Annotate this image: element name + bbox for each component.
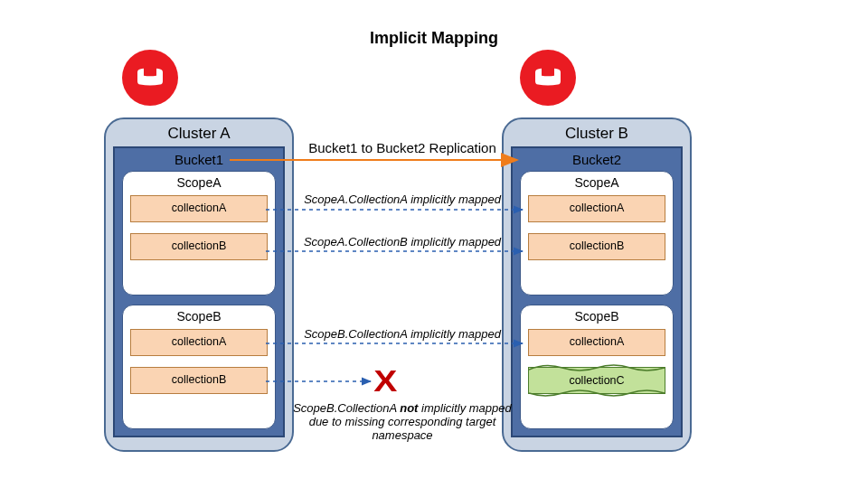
collection-box: collectionA — [130, 329, 268, 356]
scope-a-left: ScopeA collectionA collectionB — [122, 171, 276, 296]
scope-b-title: ScopeB — [528, 309, 665, 324]
scope-a-title: ScopeA — [528, 175, 665, 190]
couchbase-logo-icon — [122, 50, 178, 106]
scope-b-title: ScopeB — [130, 309, 268, 324]
not-mapped-footnote: ScopeB.CollectionA not implicitly mapped… — [258, 402, 547, 443]
bucket1-title: Bucket1 — [122, 152, 276, 167]
couchbase-logo-icon — [520, 50, 576, 106]
map-label-2: ScopeA.CollectionB implicitly mapped — [258, 235, 547, 249]
map-label-1: ScopeA.CollectionA implicitly mapped — [258, 192, 547, 206]
scope-a-title: ScopeA — [130, 175, 268, 190]
collection-c-box: collectionC — [528, 367, 665, 394]
collection-box: collectionA — [528, 195, 665, 222]
collection-box: collectionB — [528, 233, 665, 260]
map-label-3: ScopeB.CollectionA implicitly mapped — [258, 327, 547, 341]
collection-box: collectionA — [528, 329, 665, 356]
replication-label: Bucket1 to Bucket2 Replication — [258, 140, 547, 155]
collection-box: collectionA — [130, 195, 268, 222]
page-title: Implicit Mapping — [0, 29, 868, 48]
bucket1: Bucket1 ScopeA collectionA collectionB S… — [113, 146, 285, 437]
collection-box: collectionB — [130, 233, 268, 260]
collection-box: collectionB — [130, 367, 268, 394]
x-icon: X — [373, 363, 397, 399]
scope-a-right: ScopeA collectionA collectionB — [520, 171, 674, 296]
collection-c-label: collectionC — [569, 374, 624, 387]
scope-b-left: ScopeB collectionA collectionB — [122, 305, 276, 429]
bucket2: Bucket2 ScopeA collectionA collectionB S… — [511, 146, 683, 437]
